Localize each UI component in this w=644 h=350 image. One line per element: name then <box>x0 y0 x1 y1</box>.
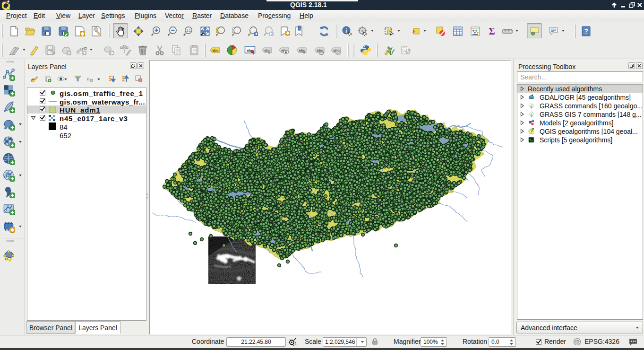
svg-text:1:1: 1:1 <box>186 29 191 32</box>
svg-text:Σ: Σ <box>489 26 495 36</box>
svg-text:GDAL: GDAL <box>529 97 534 99</box>
svg-text:abc: abc <box>213 48 219 52</box>
svg-text:ε: ε <box>87 76 89 81</box>
svg-text:ε: ε <box>412 27 415 35</box>
svg-text:ab: ab <box>247 48 251 52</box>
svg-text:?: ? <box>584 27 588 35</box>
